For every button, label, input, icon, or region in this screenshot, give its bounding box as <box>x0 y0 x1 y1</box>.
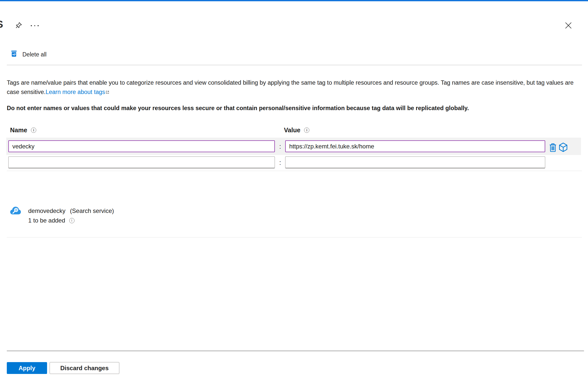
close-icon <box>565 22 572 30</box>
key-value-separator: : <box>276 143 284 150</box>
delete-all-button[interactable]: Delete all <box>11 50 47 59</box>
delete-all-icon <box>11 50 17 59</box>
pin-icon <box>14 21 23 31</box>
new-tag-name-input[interactable] <box>8 156 275 168</box>
new-tag-value-input[interactable] <box>285 156 545 168</box>
delete-tag-button[interactable] <box>549 142 557 153</box>
close-button[interactable] <box>563 20 574 31</box>
pin-button[interactable] <box>13 21 23 32</box>
pane-title-fragment: S <box>0 19 3 30</box>
tags-description: Tags are name/value pairs that enable yo… <box>7 78 585 97</box>
rows-divider <box>7 171 582 171</box>
resource-type: (Search service) <box>70 207 114 214</box>
tag-resources-button[interactable] <box>559 142 568 153</box>
top-accent-bar <box>0 0 588 1</box>
apply-button[interactable]: Apply <box>7 362 47 374</box>
more-icon <box>31 25 39 26</box>
search-service-icon <box>10 206 21 217</box>
cube-icon <box>559 150 568 153</box>
more-button[interactable] <box>29 21 40 30</box>
tag-value-input[interactable] <box>285 140 545 152</box>
resource-status: 1 to be added <box>28 217 65 224</box>
discard-changes-button[interactable]: Discard changes <box>50 362 119 374</box>
name-column-header: Name <box>10 126 36 134</box>
key-value-separator: : <box>276 159 284 166</box>
security-warning: Do not enter names or values that could … <box>7 105 585 112</box>
resource-divider <box>7 237 582 238</box>
trash-icon <box>549 150 557 153</box>
status-info-icon[interactable] <box>69 218 75 223</box>
value-info-icon[interactable] <box>304 128 309 133</box>
toolbar-divider <box>7 65 582 65</box>
name-info-icon[interactable] <box>31 128 36 133</box>
resource-name: demovedecky <box>28 207 65 214</box>
delete-all-label: Delete all <box>22 51 47 58</box>
value-column-header: Value <box>284 126 309 134</box>
footer-divider <box>7 351 584 351</box>
resource-item: demovedecky (Search service) <box>28 207 114 214</box>
learn-more-link[interactable]: Learn more about tags <box>46 89 109 95</box>
resource-status-line: 1 to be added <box>28 217 75 224</box>
tag-name-input[interactable] <box>8 140 275 152</box>
tags-pane: S Delete all <box>0 0 588 381</box>
external-link-icon <box>105 88 109 97</box>
